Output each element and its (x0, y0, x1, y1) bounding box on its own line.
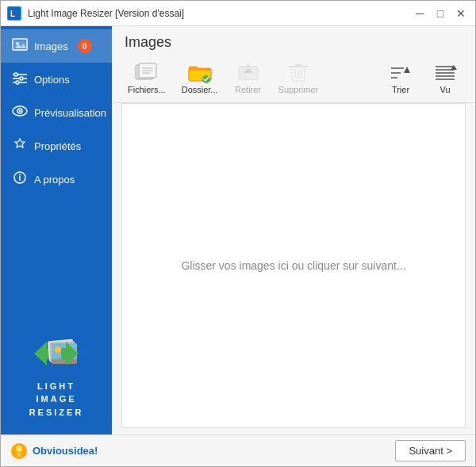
content-title: Images (112, 26, 475, 56)
svg-marker-46 (404, 67, 410, 73)
brand-suffix: idea! (74, 445, 98, 457)
properties-icon (12, 137, 28, 155)
svg-point-5 (14, 73, 17, 76)
sidebar-item-options[interactable]: Options (1, 63, 112, 96)
sidebar-item-preview[interactable]: Prévisualisation (1, 96, 112, 129)
svg-marker-52 (451, 65, 457, 70)
properties-label: Propriétés (34, 140, 81, 152)
svg-point-19 (19, 174, 21, 176)
trier-icon (388, 62, 413, 84)
minimize-button[interactable]: ─ (412, 6, 428, 21)
dossier-button[interactable]: Dossier... (175, 59, 225, 98)
vu-button[interactable]: Vu (424, 59, 466, 98)
sidebar-item-properties[interactable]: Propriétés (1, 129, 112, 163)
supprimer-icon (286, 62, 311, 84)
images-label: Images (34, 40, 68, 52)
title-bar: L Light Image Resizer [Version d'essai] … (1, 1, 475, 26)
supprimer-button[interactable]: Supprimer (272, 59, 325, 98)
svg-point-8 (20, 77, 23, 80)
content-area: Images Fichiers... (112, 26, 475, 434)
images-badge: 0 (78, 39, 92, 53)
preview-icon (12, 104, 28, 121)
about-icon: i (12, 170, 28, 188)
drop-zone[interactable]: Glisser vos images ici ou cliquer sur su… (121, 103, 466, 428)
window-title: Light Image Resizer [Version d'essai] (28, 8, 184, 19)
images-icon (12, 37, 28, 55)
retirer-icon (236, 62, 261, 84)
svg-text:L: L (10, 10, 15, 18)
retirer-label: Retirer (235, 85, 261, 94)
fichiers-icon (134, 62, 159, 84)
sidebar-logo: LIGHT IMAGE RESIZER (1, 321, 112, 435)
svg-line-56 (13, 446, 14, 448)
maximize-button[interactable]: □ (432, 6, 448, 21)
svg-line-57 (25, 446, 26, 448)
obvious-idea-icon (10, 442, 28, 460)
window-controls: ─ □ ✕ (412, 6, 469, 21)
main-layout: Images 0 (1, 26, 475, 434)
svg-rect-58 (17, 453, 21, 454)
fichiers-button[interactable]: Fichiers... (121, 59, 172, 98)
toolbar: Fichiers... Dossier... (112, 56, 475, 103)
svg-rect-59 (17, 455, 21, 457)
svg-point-11 (16, 81, 19, 84)
sidebar-item-about[interactable]: i A propos (1, 163, 112, 196)
close-button[interactable]: ✕ (453, 6, 469, 21)
logo-image (33, 334, 80, 373)
about-label: A propos (34, 174, 75, 186)
sidebar: Images 0 (1, 26, 112, 434)
vu-label: Vu (440, 85, 450, 94)
next-button[interactable]: Suivant > (395, 440, 466, 461)
footer-brand: Obviousidea! (10, 442, 98, 460)
options-label: Options (34, 74, 70, 86)
brand-prefix: Obvious (33, 445, 74, 457)
sidebar-item-images[interactable]: Images 0 (1, 29, 112, 63)
retirer-button[interactable]: Retirer (228, 59, 269, 98)
options-icon (12, 71, 28, 88)
fichiers-label: Fichiers... (128, 85, 166, 94)
supprimer-label: Supprimer (278, 85, 319, 94)
trier-label: Trier (392, 85, 409, 94)
title-bar-left: L Light Image Resizer [Version d'essai] (7, 6, 184, 21)
footer: Obviousidea! Suivant > (1, 434, 475, 466)
vu-icon (432, 62, 458, 84)
svg-point-25 (55, 346, 61, 353)
svg-point-54 (16, 446, 22, 452)
dossier-label: Dossier... (182, 85, 218, 94)
footer-brand-text: Obviousidea! (33, 445, 98, 457)
preview-label: Prévisualisation (34, 107, 106, 119)
drop-zone-hint: Glisser vos images ici ou cliquer sur su… (181, 259, 405, 272)
sidebar-nav: Images 0 (1, 26, 112, 321)
dossier-icon (187, 62, 213, 84)
logo-text: LIGHT IMAGE RESIZER (29, 380, 84, 419)
trier-button[interactable]: Trier (380, 59, 421, 98)
svg-point-16 (19, 110, 21, 112)
app-icon: L (7, 6, 21, 21)
